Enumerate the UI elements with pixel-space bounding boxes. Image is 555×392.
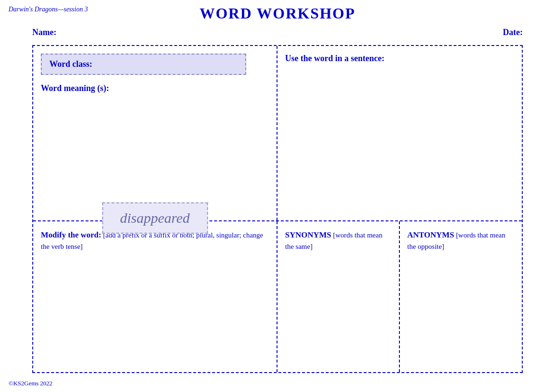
modify-bold: Modify the word: (41, 230, 101, 239)
synonyms-bold: SYNONYMS (285, 230, 331, 239)
word-class-box: Word class: (41, 54, 246, 75)
name-date-row: Name: Date: (32, 27, 523, 37)
bottom-section: Modify the word: [add a prefix or a suff… (33, 221, 522, 372)
antonyms-column: ANTONYMS [words that mean the opposite] (400, 221, 522, 372)
modify-column: Modify the word: [add a prefix or a suff… (33, 221, 278, 372)
synonyms-column: SYNONYMS [words that mean the same] (278, 221, 400, 372)
worksheet: Word class: Word meaning (s): disappeare… (32, 45, 523, 373)
left-column: Word class: Word meaning (s): disappeare… (33, 46, 278, 220)
center-word-container: disappeared (102, 202, 208, 234)
sentence-label: Use the word in a sentence: (285, 54, 514, 64)
antonyms-bold: ANTONYMS (407, 230, 454, 239)
copyright-label: ©KS2Gems 2022 (9, 380, 53, 387)
top-section: Word class: Word meaning (s): disappeare… (33, 46, 522, 221)
page-title: WORD WORKSHOP (0, 5, 555, 22)
synonyms-label: SYNONYMS [words that mean the same] (285, 229, 391, 252)
center-word: disappeared (102, 202, 208, 234)
right-column: Use the word in a sentence: (278, 46, 522, 220)
word-meaning-label: Word meaning (s): (41, 83, 269, 93)
antonyms-label: ANTONYMS [words that mean the opposite] (407, 229, 515, 252)
name-label: Name: (32, 27, 56, 37)
date-label: Date: (503, 27, 523, 37)
word-class-label: Word class: (49, 59, 92, 69)
